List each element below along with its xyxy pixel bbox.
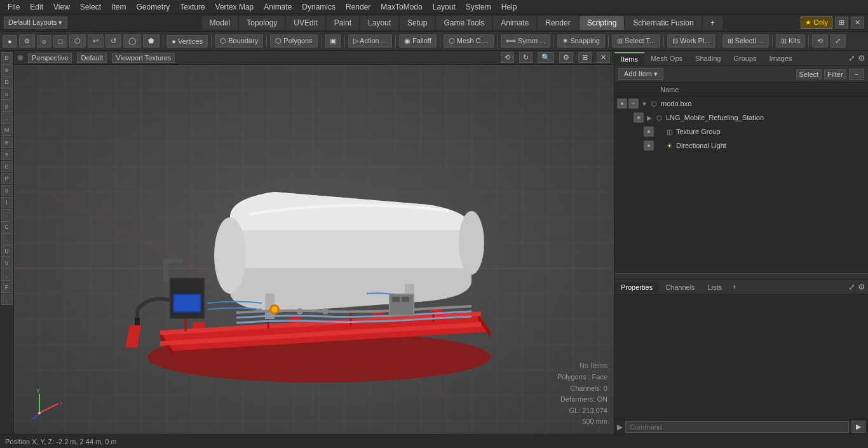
layout-icon-btn2[interactable]: ✕ — [851, 17, 864, 29]
tool-vertices[interactable]: ● Vertices — [166, 35, 208, 48]
menu-texture[interactable]: Texture — [175, 1, 210, 13]
tool-dot[interactable]: ● — [3, 35, 17, 48]
expand-modo-bxo[interactable]: ▼ — [640, 99, 649, 108]
left-tool-21[interactable]: . — [1, 294, 13, 305]
left-tool-3[interactable]: D — [1, 76, 13, 88]
tab-layout[interactable]: Layout — [360, 16, 398, 30]
left-tool-15[interactable]: C — [1, 221, 13, 233]
left-tool-17[interactable]: U — [1, 245, 13, 257]
tab-setup[interactable]: Setup — [400, 16, 435, 30]
rtab-shading[interactable]: Shading — [689, 53, 727, 64]
menu-geometry[interactable]: Geometry — [132, 1, 175, 13]
ptab-channels[interactable]: Channels — [659, 282, 701, 293]
vis-modo-bxo[interactable]: ● — [617, 98, 627, 109]
left-tool-2[interactable]: e — [1, 64, 13, 76]
items-select-button[interactable]: Select — [796, 69, 822, 79]
menu-layout[interactable]: Layout — [428, 1, 461, 13]
tool-polygons[interactable]: ⬡ Polygons — [270, 34, 317, 48]
right-panel-expand-icon[interactable]: ⤢ — [848, 53, 855, 63]
tool-action[interactable]: ▷ Action ... — [348, 34, 392, 48]
tab-paint[interactable]: Paint — [327, 16, 359, 30]
menu-vertex-map[interactable]: Vertex Map — [210, 1, 259, 13]
vis2-modo-bxo[interactable]: + — [628, 98, 639, 109]
tab-model[interactable]: Model — [202, 16, 238, 30]
tab-schematic-fusion[interactable]: Schematic Fusion — [625, 16, 701, 30]
menu-render[interactable]: Render — [341, 1, 376, 13]
viewport-default-btn[interactable]: Default — [77, 53, 107, 63]
viewport-perspective-btn[interactable]: Perspective — [28, 53, 72, 63]
menu-view[interactable]: View — [48, 1, 75, 13]
ptab-properties[interactable]: Properties — [614, 282, 659, 293]
vis-texture-group[interactable]: ● — [644, 126, 654, 137]
left-tool-8[interactable]: e — [1, 137, 13, 148]
tool-poly[interactable]: ⬟ — [143, 34, 159, 48]
menu-maxtomodo[interactable]: MaxToModo — [376, 1, 427, 13]
expand-directional-light[interactable] — [655, 141, 664, 150]
rtab-items[interactable]: Items — [614, 52, 644, 65]
tree-item-texture-group[interactable]: ● ◫ Texture Group — [614, 125, 868, 139]
tree-item-lng-mesh[interactable]: ● ▶ ⬡ LNG_Mobile_Refueling_Station — [614, 111, 868, 125]
expand-texture-group[interactable] — [655, 127, 664, 136]
left-tool-5[interactable]: p — [1, 100, 13, 112]
left-tool-18[interactable]: V — [1, 257, 13, 269]
tool-selection[interactable]: ⊞ Selecti ... — [722, 34, 769, 48]
left-tool-11[interactable]: P — [1, 173, 13, 184]
tool-symmetry[interactable]: ⟺ Symm ... — [501, 34, 550, 48]
viewport-grid-btn[interactable]: ⊞ — [578, 52, 592, 63]
tool-work-plane[interactable]: ⊟ Work Pl... — [667, 34, 715, 48]
right-panel-settings-icon[interactable]: ⚙ — [858, 53, 865, 63]
viewport-rotate-btn[interactable]: ↻ — [519, 52, 532, 63]
tool-box[interactable]: ▣ — [325, 34, 341, 48]
vis-lng-mesh[interactable]: ● — [634, 112, 644, 123]
tab-render[interactable]: Render — [538, 16, 578, 30]
left-tool-4[interactable]: u — [1, 88, 13, 100]
rtab-mesh-ops[interactable]: Mesh Ops — [644, 53, 689, 64]
add-item-button[interactable]: Add Item ▾ — [618, 68, 663, 80]
tool-kits[interactable]: ⊞ Kits — [776, 34, 805, 48]
layout-dropdown[interactable]: Default Layouts ▾ — [4, 17, 67, 29]
left-tool-9[interactable]: s — [1, 149, 13, 160]
layout-icon-btn1[interactable]: ⊞ — [835, 17, 848, 29]
tool-snapping[interactable]: ✷ Snapping — [557, 34, 605, 48]
tool-rotate[interactable]: ↺ — [105, 34, 121, 48]
viewport-settings-btn[interactable]: ⚙ — [559, 52, 573, 63]
ptab-lists[interactable]: Lists — [702, 282, 729, 293]
menu-animate[interactable]: Animate — [259, 1, 297, 13]
left-tool-19[interactable]: . — [1, 269, 13, 281]
props-expand-icon[interactable]: ⤢ — [848, 282, 855, 292]
rtab-groups[interactable]: Groups — [727, 53, 763, 64]
tab-animate[interactable]: Animate — [493, 16, 536, 30]
tool-reset[interactable]: ⟲ — [812, 34, 828, 48]
tab-topology[interactable]: Topology — [239, 16, 285, 30]
left-tool-20[interactable]: F — [1, 282, 13, 293]
left-tool-12[interactable]: o — [1, 185, 13, 196]
left-tool-10[interactable]: E — [1, 161, 13, 172]
command-go-button[interactable]: ▶ — [851, 421, 865, 433]
left-tool-6[interactable]: . — [1, 112, 13, 124]
menu-dynamics[interactable]: Dynamics — [297, 1, 341, 13]
menu-file[interactable]: File — [3, 1, 25, 13]
menu-system[interactable]: System — [461, 1, 496, 13]
tab-add[interactable]: + — [703, 16, 722, 30]
menu-edit[interactable]: Edit — [25, 1, 48, 13]
star-only-button[interactable]: ★ Only — [801, 17, 832, 29]
left-tool-14[interactable]: . — [1, 209, 13, 221]
menu-item[interactable]: Item — [106, 1, 131, 13]
scene-scrollbar[interactable] — [614, 274, 868, 279]
tool-origin[interactable]: ⊕ — [19, 34, 35, 48]
tool-rect[interactable]: □ — [53, 35, 68, 48]
menu-select[interactable]: Select — [75, 1, 106, 13]
props-settings-icon[interactable]: ⚙ — [858, 282, 865, 292]
expand-lng-mesh[interactable]: ▶ — [645, 113, 654, 122]
items-filter-button[interactable]: Filter — [824, 69, 846, 79]
viewport-close-btn[interactable]: ✕ — [597, 52, 610, 63]
tool-circle[interactable]: ⌾ — [37, 35, 51, 48]
viewport-textures-btn[interactable]: Viewport Textures — [112, 53, 175, 63]
tool-sphere[interactable]: ◯ — [123, 34, 141, 48]
tool-mesh[interactable]: ⬡ Mesh C ... — [444, 34, 494, 48]
viewport-canvas[interactable]: No Items Polygons : Face Channels: 0 Def… — [14, 65, 614, 434]
viewport-orbit-btn[interactable]: ⟲ — [501, 52, 514, 63]
tool-undo[interactable]: ↩ — [88, 34, 104, 48]
ptab-add[interactable]: + — [728, 281, 740, 294]
left-tool-16[interactable]: . — [1, 233, 13, 245]
